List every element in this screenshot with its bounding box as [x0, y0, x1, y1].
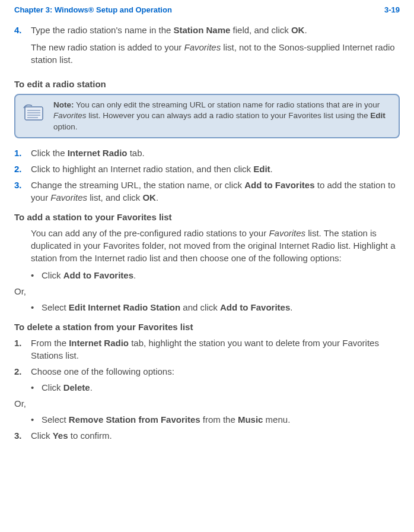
- bullet-dot: •: [31, 381, 42, 394]
- step-number: 2.: [14, 365, 31, 378]
- edit-step-2: 2. Click to highlight an Internet radio …: [14, 163, 400, 175]
- text: Type the radio station's name in the: [31, 25, 174, 35]
- page-header: Chapter 3: Windows® Setup and Operation …: [14, 0, 400, 24]
- text: tab.: [128, 148, 145, 158]
- text-bold: Internet Radio: [69, 338, 129, 348]
- step-number: 3.: [14, 429, 31, 442]
- text-bold: Remove Station from Favorites: [69, 414, 200, 425]
- note-icon: [21, 101, 47, 122]
- text: Choose one of the following options:: [31, 366, 174, 376]
- note-text: Note: You can only edit the streaming UR…: [53, 100, 393, 132]
- step-body: Type the radio station's name in the Sta…: [31, 24, 400, 71]
- text: Click to highlight an Internet radio sta…: [31, 164, 253, 174]
- text: .: [270, 164, 273, 174]
- text-italic: Favorites: [269, 228, 305, 238]
- heading-add-favorites: To add a station to your Favorites list: [14, 211, 400, 223]
- text: and click: [180, 302, 220, 312]
- text: Change the streaming URL, the station na…: [31, 180, 244, 190]
- step-body: Click to highlight an Internet radio sta…: [31, 163, 400, 175]
- text-bold: Yes: [53, 430, 68, 441]
- text-italic: Favorites: [184, 42, 221, 52]
- delete-step-3: 3. Click Yes to confirm.: [14, 429, 400, 442]
- text-bold: Music: [238, 414, 263, 425]
- heading-delete-favorites: To delete a station from your Favorites …: [14, 321, 400, 333]
- step-body: Change the streaming URL, the station na…: [31, 179, 400, 204]
- step-number: 3.: [14, 179, 31, 204]
- delete-bullet-1: • Click Delete.: [31, 381, 400, 394]
- bullet-dot: •: [31, 413, 42, 426]
- add-paragraph: You can add any of the pre-configured ra…: [31, 227, 400, 264]
- bullet-body: Click Delete.: [42, 381, 400, 394]
- edit-step-1: 1. Click the Internet Radio tab.: [14, 147, 400, 159]
- step-4: 4. Type the radio station's name in the …: [14, 24, 400, 71]
- text: Click: [31, 430, 53, 441]
- text-bold: Edit: [370, 111, 386, 120]
- svg-rect-0: [25, 107, 43, 120]
- add-bullet-1: • Click Add to Favorites.: [31, 269, 400, 281]
- text: From the: [31, 338, 69, 348]
- step-body: From the Internet Radio tab, highlight t…: [31, 337, 400, 362]
- text: Click: [42, 382, 63, 392]
- text-italic: Favorites: [50, 192, 87, 202]
- bullet-body: Select Remove Station from Favorites fro…: [42, 413, 400, 426]
- text-bold: OK: [291, 25, 305, 35]
- page-number: 3-19: [384, 5, 400, 15]
- text-bold: Add to Favorites: [244, 180, 314, 190]
- delete-step-2: 2. Choose one of the following options:: [14, 365, 400, 378]
- text: Select: [42, 302, 69, 312]
- text: from the: [200, 414, 238, 425]
- step-number: 1.: [14, 147, 31, 159]
- chapter-title: Chapter 3: Windows® Setup and Operation: [14, 5, 172, 15]
- text: Select: [42, 414, 69, 425]
- text: option.: [53, 122, 78, 131]
- delete-step-1: 1. From the Internet Radio tab, highligh…: [14, 337, 400, 362]
- text: list. However you can always add a radio…: [87, 111, 371, 120]
- text-bold: Edit: [253, 164, 270, 174]
- text: .: [156, 192, 158, 202]
- text: You can add any of the pre-configured ra…: [31, 228, 269, 238]
- heading-edit-station: To edit a radio station: [14, 78, 400, 90]
- text: .: [290, 302, 292, 312]
- edit-step-3: 3. Change the streaming URL, the station…: [14, 179, 400, 204]
- text: field, and click: [230, 25, 291, 35]
- text: .: [304, 25, 307, 35]
- text: .: [90, 382, 93, 392]
- text: Click the: [31, 148, 68, 158]
- note-label: Note:: [53, 100, 74, 109]
- text: menu.: [263, 414, 290, 425]
- step-number: 4.: [14, 24, 31, 71]
- step-number: 2.: [14, 163, 31, 175]
- text-bold: Add to Favorites: [220, 302, 290, 312]
- step-body: Click Yes to confirm.: [31, 429, 400, 442]
- or-text: Or,: [14, 397, 400, 410]
- step-number: 1.: [14, 337, 31, 362]
- text-bold: Delete: [63, 382, 90, 392]
- text-bold: Edit Internet Radio Station: [69, 302, 180, 312]
- add-bullet-2: • Select Edit Internet Radio Station and…: [31, 301, 400, 314]
- note-box: Note: You can only edit the streaming UR…: [14, 94, 400, 138]
- delete-bullet-2: • Select Remove Station from Favorites f…: [31, 413, 400, 426]
- text: Click: [42, 270, 63, 280]
- bullet-body: Click Add to Favorites.: [42, 269, 400, 281]
- text: list, and click: [87, 192, 142, 202]
- bullet-dot: •: [31, 269, 42, 281]
- text: The new radio station is added to your: [31, 42, 184, 52]
- text-bold: Add to Favorites: [63, 270, 133, 280]
- text-bold: Station Name: [174, 25, 231, 35]
- step-body: Click the Internet Radio tab.: [31, 147, 400, 159]
- text-italic: Favorites: [53, 111, 87, 120]
- text-bold: OK: [142, 192, 156, 202]
- text-bold: Internet Radio: [68, 148, 128, 158]
- text: You can only edit the streaming URL or s…: [74, 100, 380, 109]
- bullet-body: Select Edit Internet Radio Station and c…: [42, 301, 400, 314]
- bullet-dot: •: [31, 301, 42, 314]
- text: .: [133, 270, 136, 280]
- or-text: Or,: [14, 285, 400, 297]
- step-body: Choose one of the following options:: [31, 365, 400, 378]
- text: to confirm.: [68, 430, 112, 441]
